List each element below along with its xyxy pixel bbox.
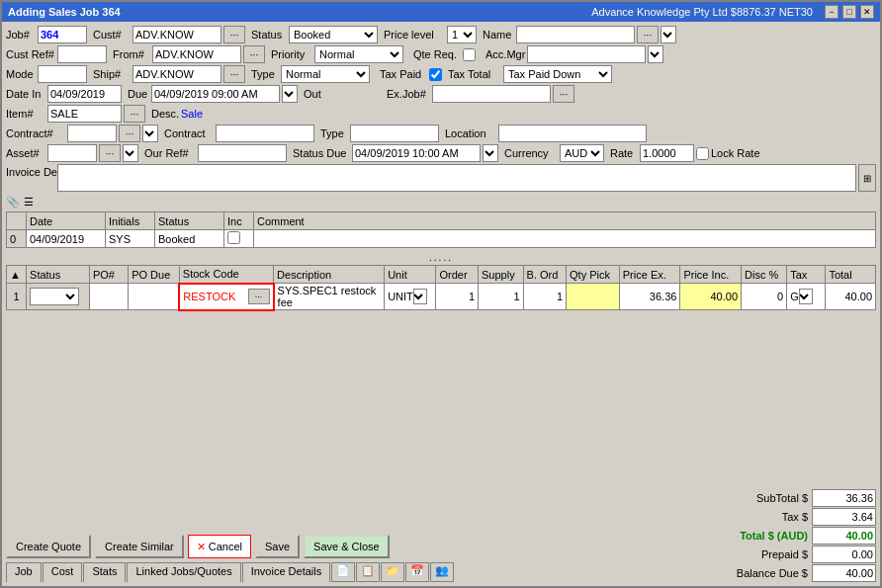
items-cell-stock-code: RESTOCK ···: [179, 284, 273, 310]
main-content: Job# Cust# ··· Status Booked Price level…: [2, 22, 880, 586]
stock-code-dots-button[interactable]: ···: [248, 289, 270, 304]
status-due-input[interactable]: [352, 144, 481, 162]
items-cell-total: 40.00: [826, 284, 876, 310]
tax-value: G: [790, 291, 799, 302]
title-bar-controls: Advance Knowledge Pty Ltd $8876.37 NET30…: [591, 5, 874, 19]
tab-icon-3[interactable]: 📁: [381, 562, 404, 582]
invoice-desc-btn[interactable]: ⊞: [858, 164, 876, 192]
log-cell-inc: [224, 230, 254, 248]
items-cell-description: SYS.SPEC1 restock fee: [274, 284, 385, 310]
tab-invoice-details[interactable]: Invoice Details: [242, 562, 331, 582]
type2-input[interactable]: [350, 125, 439, 142]
type-select[interactable]: Normal: [281, 65, 370, 83]
tax-row: Tax $: [659, 508, 876, 526]
tab-stats[interactable]: Stats: [83, 562, 126, 582]
job-input[interactable]: [38, 26, 87, 43]
items-table: ▲ Status PO# PO Due Stock Code Descripti…: [6, 265, 876, 311]
form-row-4: Date In Due Out Ex.Job# ···: [6, 85, 876, 103]
unit-select[interactable]: [413, 289, 427, 304]
name-select[interactable]: [661, 26, 676, 43]
from-input[interactable]: [152, 45, 241, 63]
ship-dots-button[interactable]: ···: [223, 65, 245, 83]
tax-paid-checkbox[interactable]: [429, 68, 442, 81]
tab-icon-5[interactable]: 👥: [430, 562, 454, 582]
ship-field-group: ···: [132, 65, 245, 83]
item-input[interactable]: [47, 105, 122, 123]
contract-hash-dots-button[interactable]: ···: [119, 125, 140, 142]
our-ref-input[interactable]: [198, 144, 287, 162]
status-select[interactable]: Booked: [289, 26, 378, 43]
log-section-header: 📎 ☰: [6, 196, 876, 209]
contract-hash-label: Contract#: [6, 127, 65, 139]
window-title: Adding Sales Job 364: [8, 6, 121, 18]
date-in-input[interactable]: [47, 85, 122, 103]
due-input[interactable]: [151, 85, 280, 103]
title-bar: Adding Sales Job 364 Advance Knowledge P…: [2, 2, 880, 22]
asset-select[interactable]: [123, 144, 138, 162]
item-label: Item#: [6, 108, 45, 120]
from-dots-button[interactable]: ···: [243, 45, 265, 63]
tab-icon-2[interactable]: 📋: [356, 562, 380, 582]
invoice-desc-input[interactable]: [57, 164, 856, 192]
subtotal-value: [812, 489, 876, 507]
minimize-button[interactable]: −: [825, 5, 838, 19]
asset-dots-button[interactable]: ···: [99, 144, 121, 162]
ship-input[interactable]: [132, 65, 221, 83]
log-cell-status: Booked: [155, 230, 224, 248]
lock-rate-checkbox[interactable]: [696, 147, 709, 160]
log-inc-checkbox[interactable]: [227, 231, 240, 244]
tab-linked-jobs[interactable]: Linked Jobs/Quotes: [127, 562, 240, 582]
item-status-select[interactable]: [30, 288, 79, 305]
acc-mgr-select[interactable]: [648, 45, 663, 63]
tax-total-select[interactable]: Tax Paid Down: [503, 65, 612, 83]
price-level-select[interactable]: 1: [447, 26, 477, 43]
cust-input[interactable]: [132, 26, 221, 43]
item-dots-button[interactable]: ···: [124, 105, 145, 123]
mode-input[interactable]: [38, 65, 87, 83]
currency-select[interactable]: AUD: [560, 144, 604, 162]
location-input[interactable]: [498, 125, 647, 142]
create-similar-button[interactable]: Create Similar: [95, 535, 184, 558]
contract-hash-select[interactable]: [142, 125, 158, 142]
log-col-date: Date: [27, 212, 106, 230]
form-row-3: Mode Ship# ··· Type Normal Tax Paid Tax …: [6, 65, 876, 83]
close-button[interactable]: ✕: [860, 5, 874, 19]
contract-hash-input[interactable]: [67, 125, 117, 142]
name-input[interactable]: [516, 26, 635, 43]
ex-job-dots-button[interactable]: ···: [553, 85, 574, 103]
ex-job-input[interactable]: [432, 85, 551, 103]
tab-icon-1[interactable]: 📄: [331, 562, 355, 582]
due-select[interactable]: [282, 85, 298, 103]
priority-select[interactable]: Normal: [314, 45, 403, 63]
maximize-button[interactable]: □: [842, 5, 856, 19]
contract2-input[interactable]: [216, 125, 314, 142]
cust-dots-button[interactable]: ···: [223, 26, 245, 43]
acc-mgr-field-group: [527, 45, 663, 63]
attachment-icon[interactable]: 📎: [6, 196, 20, 209]
from-label: From#: [113, 48, 150, 60]
asset-label: Asset#: [6, 147, 45, 159]
grand-total-row: Total $ (AUD): [659, 527, 876, 545]
asset-input[interactable]: [47, 144, 97, 162]
acc-mgr-input[interactable]: [527, 45, 646, 63]
name-dots-button[interactable]: ···: [637, 26, 659, 43]
save-close-button[interactable]: Save & Close: [304, 535, 390, 558]
action-buttons-row: Create Quote Create Similar ✕ Cancel Sav…: [6, 535, 454, 558]
ex-job-field-group: ···: [432, 85, 574, 103]
priority-label: Priority: [271, 48, 312, 60]
desc-label: Desc.: [151, 108, 179, 120]
tab-cost[interactable]: Cost: [43, 562, 83, 582]
list-icon[interactable]: ☰: [24, 196, 34, 209]
qte-req-checkbox[interactable]: [463, 48, 476, 61]
save-button[interactable]: Save: [255, 535, 300, 558]
tab-job[interactable]: Job: [6, 562, 42, 582]
cust-ref-input[interactable]: [57, 45, 107, 63]
tab-icon-4[interactable]: 📅: [405, 562, 429, 582]
tax-select[interactable]: [799, 289, 813, 304]
cancel-button[interactable]: ✕ Cancel: [188, 535, 251, 558]
cust-label: Cust#: [93, 29, 131, 41]
rate-input[interactable]: [640, 144, 694, 162]
create-quote-button[interactable]: Create Quote: [6, 535, 91, 558]
status-due-select[interactable]: [483, 144, 498, 162]
stock-code-value: RESTOCK: [183, 291, 247, 302]
